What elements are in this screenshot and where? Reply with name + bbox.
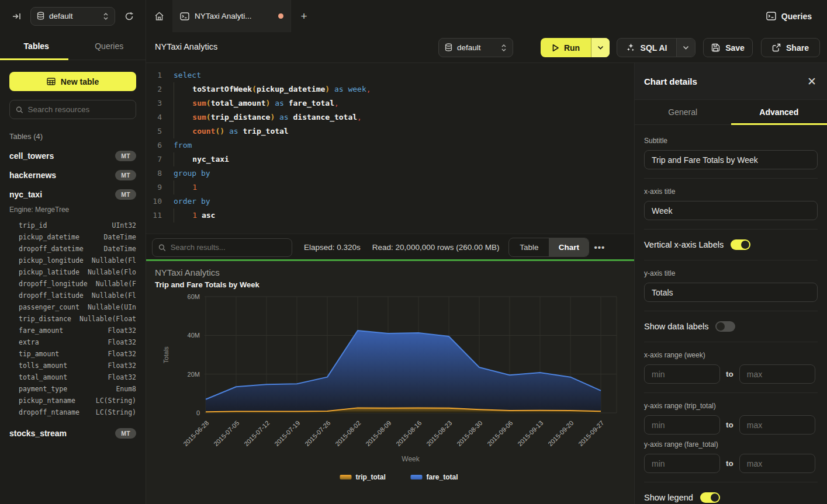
- x-axis-range-max[interactable]: [739, 364, 815, 384]
- database-icon: [445, 43, 452, 52]
- tab-general[interactable]: General: [635, 100, 731, 124]
- run-button[interactable]: Run: [541, 38, 610, 57]
- collapse-sidebar-icon[interactable]: [8, 8, 25, 25]
- share-button[interactable]: Share: [761, 38, 820, 57]
- y-axis-range-trip-row: to: [644, 415, 818, 435]
- column-row[interactable]: pickup_longitudeNullable(Fl: [9, 255, 136, 266]
- engine-badge: MT: [115, 189, 136, 200]
- y-axis-range-fare-min[interactable]: [644, 454, 720, 473]
- results-bar: Elapsed: 0.320s Read: 20,000,000 rows (2…: [146, 234, 634, 260]
- column-row[interactable]: payment_typeEnum8: [9, 383, 136, 395]
- y-axis-range-fare-label: y-axis range (fare_total): [644, 440, 818, 449]
- more-options-button[interactable]: •••: [594, 242, 605, 252]
- engine-badge: MT: [115, 428, 136, 439]
- chevron-updown-icon: [501, 44, 507, 52]
- column-row[interactable]: trip_idUInt32: [9, 220, 136, 231]
- results-search[interactable]: [152, 238, 292, 257]
- column-row[interactable]: dropoff_latitudeNullable(Fl: [9, 290, 136, 301]
- refresh-icon[interactable]: [121, 8, 137, 25]
- vertical-x-labels-label: Vertical x-axis Labels: [644, 240, 724, 249]
- table-item-hackernews[interactable]: hackernews MT: [9, 168, 136, 182]
- column-row[interactable]: tolls_amountFloat32: [9, 360, 136, 371]
- table-icon: [47, 78, 56, 85]
- y-axis-range-trip-max[interactable]: [739, 415, 815, 435]
- chart-details-header: Chart details ✕: [635, 63, 827, 100]
- tables-section-title: Tables (4): [9, 132, 136, 141]
- table-item-nyc-taxi[interactable]: nyc_taxi MT: [9, 187, 136, 201]
- queries-icon: [766, 12, 776, 20]
- view-toggle-chart[interactable]: Chart: [549, 238, 589, 256]
- tab-title: NYTaxi Analyti...: [195, 12, 273, 20]
- column-row[interactable]: pickup_datetimeDateTime: [9, 231, 136, 243]
- queries-button[interactable]: Queries: [766, 12, 812, 21]
- svg-text:2015-08-02: 2015-08-02: [334, 419, 362, 447]
- vertical-x-labels-toggle[interactable]: [731, 239, 750, 250]
- topbar-left: default: [0, 0, 146, 32]
- code-line: 4 sum(trip_distance) as distance_total,: [146, 110, 634, 124]
- close-icon[interactable]: ✕: [807, 76, 816, 87]
- column-row[interactable]: pickup_ntanameLC(String): [9, 395, 136, 406]
- y-axis-range-fare-max[interactable]: [739, 454, 815, 473]
- y-axis-range-trip-min[interactable]: [644, 415, 720, 435]
- run-button-main[interactable]: Run: [541, 38, 591, 57]
- column-row[interactable]: dropoff_datetimeDateTime: [9, 243, 136, 255]
- code-line: 7 nyc_taxi: [146, 152, 634, 166]
- column-row[interactable]: tip_amountFloat32: [9, 348, 136, 360]
- new-table-button[interactable]: New table: [9, 72, 136, 91]
- show-legend-label: Show legend: [644, 493, 693, 502]
- vertical-x-labels-row: Vertical x-axis Labels: [644, 238, 818, 251]
- svg-text:2015-08-23: 2015-08-23: [425, 419, 453, 447]
- column-row[interactable]: passenger_countNullable(UIn: [9, 301, 136, 313]
- results-search-input[interactable]: [171, 243, 286, 252]
- show-data-labels-toggle[interactable]: [715, 321, 735, 332]
- divider: [644, 178, 818, 179]
- tab-advanced[interactable]: Advanced: [731, 100, 827, 124]
- column-row[interactable]: total_amountFloat32: [9, 371, 136, 383]
- show-legend-row: Show legend: [644, 491, 818, 504]
- read-stat: Read: 20,000,000 rows (260.00 MB): [372, 243, 500, 252]
- x-axis-title-label: x-axis title: [644, 187, 818, 196]
- sql-editor[interactable]: 1select2 toStartOfWeek(pickup_datetime) …: [146, 63, 634, 234]
- svg-text:2015-09-20: 2015-09-20: [546, 419, 575, 447]
- sql-ai-main[interactable]: SQL AI: [617, 39, 677, 57]
- y-axis-title-field[interactable]: [644, 283, 818, 302]
- home-button[interactable]: [146, 0, 173, 32]
- sidebar-tab-tables[interactable]: Tables: [0, 32, 73, 60]
- code-line: 10order by: [146, 194, 634, 208]
- code-line: 1select: [146, 68, 634, 82]
- column-row[interactable]: extraFloat32: [9, 336, 136, 348]
- chart-details-tabs: General Advanced: [635, 100, 827, 125]
- toolbar-database-selector[interactable]: default: [438, 38, 513, 57]
- sidebar-tab-queries[interactable]: Queries: [73, 32, 146, 60]
- toolbar-database-value: default: [457, 43, 496, 52]
- table-item-cell-towers[interactable]: cell_towers MT: [9, 149, 136, 163]
- resource-search[interactable]: [9, 100, 136, 119]
- svg-text:2015-07-19: 2015-07-19: [273, 419, 301, 447]
- table-item-stocks-stream[interactable]: stocks_stream MT: [9, 426, 136, 440]
- x-axis-range-min[interactable]: [644, 364, 720, 384]
- x-axis-title-field[interactable]: [644, 201, 818, 220]
- run-dropdown-caret[interactable]: [591, 38, 610, 57]
- save-label: Save: [725, 43, 745, 53]
- resource-search-input[interactable]: [28, 105, 130, 114]
- new-tab-button[interactable]: +: [291, 0, 317, 32]
- sidebar: Tables Queries New table Tables (4) cell…: [0, 32, 146, 504]
- y-axis-range-trip-label: y-axis range (trip_total): [644, 402, 818, 410]
- column-row[interactable]: pickup_latitudeNullable(Flo: [9, 266, 136, 278]
- view-toggle-table[interactable]: Table: [509, 238, 549, 256]
- columns-list: trip_idUInt32pickup_datetimeDateTimedrop…: [9, 220, 136, 418]
- column-row[interactable]: fare_amountFloat32: [9, 325, 136, 336]
- topbar: default NYTaxi Analyti... +: [0, 0, 827, 32]
- sql-ai-button[interactable]: SQL AI: [617, 38, 695, 57]
- subtitle-field[interactable]: [644, 150, 818, 169]
- app-window: default NYTaxi Analyti... +: [0, 0, 827, 504]
- column-row[interactable]: dropoff_longitudeNullable(F: [9, 278, 136, 290]
- area-chart[interactable]: 020M40M60MTotals2015-06-282015-07-052015…: [146, 261, 634, 504]
- show-legend-toggle[interactable]: [700, 492, 720, 503]
- database-selector[interactable]: default: [30, 7, 115, 26]
- save-button[interactable]: Save: [703, 38, 753, 57]
- column-row[interactable]: trip_distanceNullable(Float: [9, 313, 136, 325]
- tab-nytaxi-analytics[interactable]: NYTaxi Analyti...: [173, 0, 291, 32]
- sql-ai-dropdown-caret[interactable]: [677, 39, 695, 57]
- column-row[interactable]: dropoff_ntanameLC(String): [9, 406, 136, 418]
